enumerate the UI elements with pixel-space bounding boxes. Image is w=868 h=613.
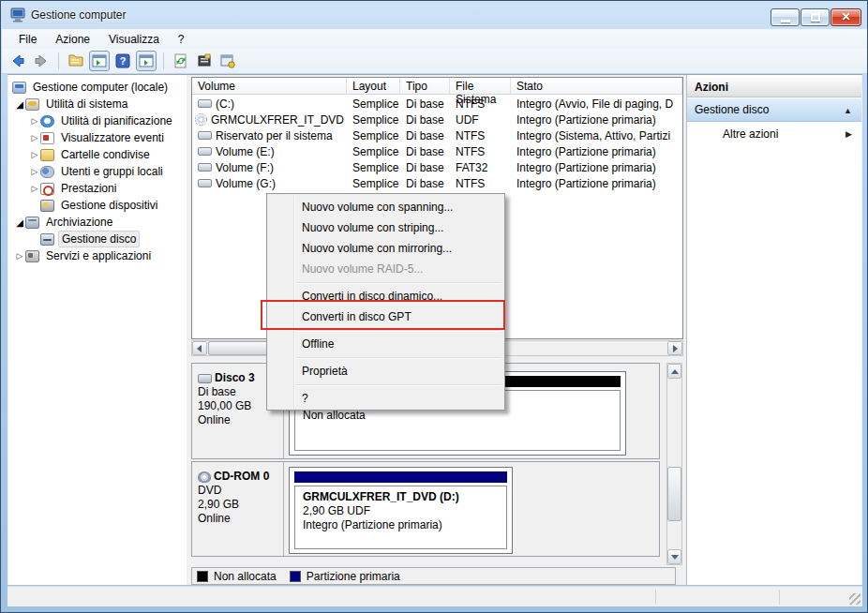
scroll-up-button[interactable] [667,364,681,379]
submenu-arrow-icon: ▶ [846,129,852,139]
toolbar: ? [2,49,868,74]
app-icon [10,7,26,22]
disk-block-cdrom-0[interactable]: CD-ROM 0 DVD 2,90 GB Online GRMCULXFRER_… [191,461,660,557]
titlebar[interactable]: Gestione computer ✕ [1,1,867,29]
tree-item-shared-folders[interactable]: ▷Cartelle condivise [29,146,153,163]
properties-button[interactable] [194,51,215,71]
console-tree-button[interactable] [89,51,110,71]
restore-icon [811,13,820,22]
expanded-arrow-icon[interactable]: ◢ [14,217,25,228]
drive-icon [198,131,212,140]
column-header-stato[interactable]: Stato [511,78,682,95]
device-manager-icon [40,200,54,212]
menu-item-new-raid5-volume: Nuovo volume RAID-5... [267,259,504,279]
scroll-right-button[interactable] [667,341,682,355]
event-viewer-icon [40,132,54,144]
highlight-annotation-box [261,300,505,330]
disk-label-cdrom-0[interactable]: CD-ROM 0 DVD 2,90 GB Online [192,462,284,556]
statusbar-separator [779,590,780,605]
refresh-button[interactable] [171,51,191,71]
tree-item-computer-management[interactable]: Gestione computer (locale) [12,79,171,96]
actions-pane: Azioni Gestione disco ▲ Altre azioni ▶ [686,75,861,585]
scroll-left-button[interactable] [192,341,207,355]
close-button[interactable]: ✕ [831,8,861,26]
menu-file[interactable]: File [9,30,46,49]
menu-item-properties[interactable]: Proprietà [267,361,504,381]
minimize-button[interactable] [771,8,800,26]
users-icon [40,166,54,178]
actions-item-more-actions[interactable]: Altre azioni ▶ [687,123,861,146]
volume-row-f[interactable]: Volume (F:) Semplice Di base FAT32 Integ… [192,159,682,175]
tree-item-local-users[interactable]: ▷Utenti e gruppi locali [29,163,166,180]
volume-row-system-reserved[interactable]: Riservato per il sistema Semplice Di bas… [192,127,682,143]
arrow-up-icon [671,369,679,374]
show-action-pane-button[interactable] [136,51,157,71]
restore-button[interactable] [801,8,830,26]
volume-row-g[interactable]: Volume (G:) Semplice Di base NTFS Integr… [192,175,682,191]
menu-item-new-mirrored-volume[interactable]: Nuovo volume con mirroring... [267,238,504,259]
column-header-tipo[interactable]: Tipo [400,78,450,95]
shared-folders-icon [40,149,54,161]
disc-icon [195,113,207,126]
actions-group-disk-management[interactable]: Gestione disco ▲ [687,98,861,122]
volume-row-dvd[interactable]: GRMCULXFRER_IT_DVD (D:) Semplice Di base… [192,112,682,127]
menu-help[interactable]: ? [169,30,194,49]
tree-item-storage[interactable]: ◢Archiviazione [14,214,115,231]
collapse-group-icon[interactable]: ▲ [844,106,852,115]
tree-item-task-scheduler[interactable]: ▷Utilità di pianificazione [29,112,175,129]
drive-icon [198,179,212,187]
scrollbar-thumb[interactable] [667,467,681,521]
scroll-down-button[interactable] [667,549,681,564]
computer-icon [12,82,26,94]
primary-partition-bar [294,471,507,483]
expanded-arrow-icon[interactable]: ◢ [14,99,25,110]
menu-item-new-striped-volume[interactable]: Nuovo volume con striping... [267,217,504,238]
menu-azione[interactable]: Azione [46,30,99,49]
volume-row-e[interactable]: Volume (E:) Semplice Di base NTFS Integr… [192,143,682,159]
help-button[interactable]: ? [112,51,133,71]
menu-item-help[interactable]: ? [267,388,504,409]
export-button[interactable] [217,51,238,71]
drive-icon [198,99,212,108]
menu-separator [267,279,504,286]
disk-icon [198,374,212,383]
disk-management-icon [40,233,54,246]
vertical-scrollbar[interactable] [666,363,682,565]
menu-item-new-spanned-volume[interactable]: Nuovo volume con spanning... [267,197,504,217]
menu-separator [267,354,504,361]
storage-icon [25,217,39,229]
statusbar [7,586,862,606]
tree-item-services[interactable]: ▷Servizi e applicazioni [14,247,154,264]
collapsed-arrow-icon[interactable]: ▷ [29,167,40,176]
tree-item-device-manager[interactable]: Gestione dispositivi [40,197,160,214]
collapsed-arrow-icon[interactable]: ▷ [29,150,40,159]
drive-icon [198,147,212,156]
volume-table-header: Volume Layout Tipo File Sistema Stato [192,78,682,95]
window-title: Gestione computer [31,8,126,22]
column-header-volume[interactable]: Volume [192,78,347,95]
back-button[interactable] [7,51,28,71]
export-list-button[interactable] [66,51,86,71]
tree-item-disk-management[interactable]: Gestione disco [40,231,140,247]
collapsed-arrow-icon[interactable]: ▷ [29,184,40,193]
tree-item-event-viewer[interactable]: ▷Visualizzatore eventi [29,129,167,146]
resize-grip[interactable] [849,593,861,605]
menu-item-offline[interactable]: Offline [267,334,504,354]
menu-visualizza[interactable]: Visualizza [99,30,169,49]
tree-item-performance[interactable]: ▷Prestazioni [29,180,119,197]
collapsed-arrow-icon[interactable]: ▷ [29,116,40,126]
menubar: File Azione Visualizza ? [2,29,868,49]
collapsed-arrow-icon[interactable]: ▷ [29,133,40,142]
column-header-layout[interactable]: Layout [347,78,400,95]
volume-row-c[interactable]: (C:) Semplice Di base NTFS Integro (Avvi… [192,96,682,112]
forward-button[interactable] [31,51,52,71]
column-header-filesystem[interactable]: File Sistema [450,78,511,95]
computer-management-window: Gestione computer ✕ File Azione Visualiz… [0,0,868,613]
tree-item-system-utilities[interactable]: ◢Utilità di sistema [14,96,130,112]
arrow-left-icon [197,345,202,352]
collapsed-arrow-icon[interactable]: ▷ [14,251,25,261]
minimize-icon [781,20,790,22]
partition-legend: Non allocata Partizione primaria [191,567,676,585]
partition-dvd[interactable]: GRMCULXFRER_IT_DVD (D:) 2,90 GB UDF Inte… [289,467,513,554]
arrow-down-icon [671,555,679,560]
